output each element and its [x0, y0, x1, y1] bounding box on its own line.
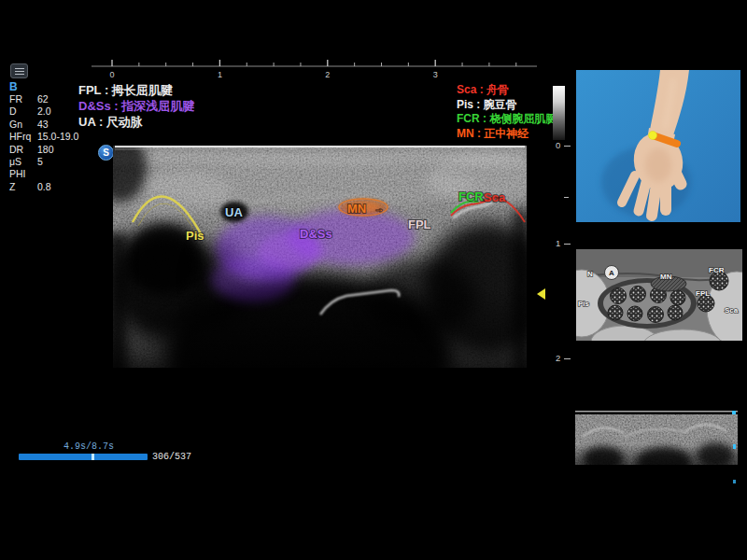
ruler-tick [564, 146, 571, 147]
mn-pointer-arrow: → [374, 203, 384, 214]
diagram-label-pis: Pis [578, 300, 590, 308]
thumb-depth-mark [733, 444, 736, 449]
param-row: DR180 [9, 144, 103, 156]
diagram-label-sca: Sca [725, 306, 739, 315]
ruler-label: 2 [325, 70, 330, 79]
legend-item: Pis : 腕豆骨 [457, 98, 557, 113]
label-fcr: FCR [458, 189, 484, 203]
legend-item: D&Ss : 指深浅屈肌腱 [78, 98, 194, 114]
cine-time: 4.9s/8.7s [63, 441, 114, 452]
mode-label: B [9, 80, 18, 93]
cine-frame-counter: 306/537 [152, 452, 191, 462]
ruler-tick [564, 358, 571, 359]
cine-progress-marker[interactable] [92, 454, 94, 460]
reference-scan-thumbnail[interactable] [575, 409, 738, 491]
ruler-label: 3 [433, 70, 438, 79]
param-row: HFrq15.0-19.0 [9, 131, 103, 143]
probe-position-photo[interactable] [576, 70, 740, 226]
thumb-corner-mark [732, 411, 736, 414]
anatomy-diagram[interactable]: N A MN FCR FPL Pis Sca [576, 249, 742, 344]
diagram-label-n: N [587, 270, 593, 278]
ruler-tick [564, 197, 569, 198]
label-mn: MN [347, 202, 366, 216]
label-dss: D&Ss [300, 227, 332, 241]
cine-progress-bar[interactable] [19, 454, 148, 460]
label-fpl: FPL [408, 217, 431, 231]
menu-icon[interactable] [10, 63, 28, 78]
legend-item: FPL : 拇长屈肌腱 [78, 82, 194, 98]
diagram-label-fcr: FCR [709, 266, 725, 274]
param-row: Z0.8 [9, 181, 103, 193]
probe-marker-dot [649, 132, 657, 140]
bmode-scan-image: Pis UA MN → D&Ss FPL FCR Sca [113, 144, 527, 429]
legend-right: Sca : 舟骨 Pis : 腕豆骨 FCR : 桡侧腕屈肌腱 MN : 正中神… [457, 83, 557, 141]
diagram-label-mn: MN [660, 273, 672, 281]
ruler-label: 0 [109, 70, 114, 79]
label-ua: UA [225, 205, 243, 219]
fcr-tendon [710, 272, 728, 290]
ruler-label: 0 [556, 141, 560, 149]
legend-left: FPL : 拇长屈肌腱 D&Ss : 指深浅屈肌腱 UA : 尺动脉 [78, 82, 194, 130]
probe-orientation-marker: S [98, 145, 114, 161]
ultrasound-app: B FR62 D2.0 Gn43 HFrq15.0-19.0 DR180 μS5… [0, 0, 747, 560]
legend-item: Sca : 舟骨 [457, 83, 557, 98]
label-pis: Pis [186, 229, 204, 243]
param-row: PHI [9, 168, 103, 180]
ruler-label: 1 [556, 239, 560, 247]
focus-marker-arrow[interactable] [537, 288, 545, 300]
ruler-label: 2 [556, 354, 560, 362]
skin-line [115, 146, 525, 147]
legend-item: UA : 尺动脉 [78, 114, 194, 130]
label-sca: Sca [484, 190, 506, 204]
diagram-label-a: A [609, 269, 614, 277]
diagram-label-fpl: FPL [696, 289, 710, 298]
thumb-bottom-mark [733, 480, 736, 483]
legend-item: MN : 正中神经 [457, 127, 557, 142]
horizontal-ruler: 0 1 2 3 [84, 56, 542, 82]
ruler-tick [564, 244, 571, 245]
ruler-label: 1 [218, 70, 222, 79]
grayscale-map [553, 86, 565, 140]
param-row: μS5 [9, 156, 103, 168]
legend-item: FCR : 桡侧腕屈肌腱 [457, 112, 557, 127]
